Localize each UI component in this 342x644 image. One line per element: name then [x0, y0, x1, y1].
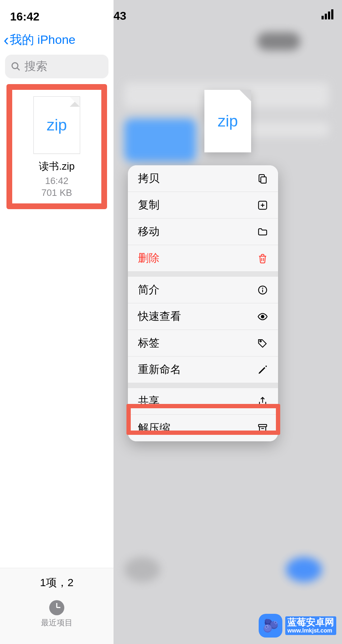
clock-icon: [49, 600, 64, 615]
menu-rename[interactable]: 重新命名: [128, 356, 278, 383]
file-size: 701 KB: [41, 187, 72, 198]
menu-label: 共享: [138, 394, 160, 409]
files-browser-pane: 16:42 ‹ 我的 iPhone 搜索 zip 读书.zip 16:42 70…: [0, 0, 114, 644]
status-signal: [322, 9, 333, 19]
context-menu: 拷贝 复制 移动 删除 简介 快速查看 标签 重新命名: [128, 165, 278, 441]
item-count: 1项，2: [0, 575, 114, 590]
svg-point-10: [262, 288, 263, 288]
context-menu-pane: 43 zip 拷贝 复制 移动 删除 简介 快速查看: [114, 0, 342, 644]
menu-move[interactable]: 移动: [128, 218, 278, 245]
menu-label: 拷贝: [138, 171, 160, 186]
status-bar: 16:42: [0, 0, 114, 25]
menu-label: 重新命名: [138, 362, 181, 377]
watermark-title: 蓝莓安卓网: [285, 616, 336, 627]
menu-separator: [128, 383, 278, 388]
file-ext-label: zip: [218, 112, 238, 130]
tab-recents[interactable]: 最近项目: [0, 600, 114, 628]
nav-header[interactable]: ‹ 我的 iPhone: [0, 25, 114, 52]
watermark-text: 蓝莓安卓网 www.lmkjst.com: [285, 616, 336, 635]
tag-icon: [257, 338, 268, 349]
menu-label: 移动: [138, 224, 160, 239]
menu-label: 复制: [138, 198, 160, 212]
menu-label: 标签: [138, 336, 160, 350]
tab-label: 最近项目: [41, 617, 73, 628]
menu-label: 简介: [138, 282, 160, 297]
svg-point-12: [260, 340, 262, 342]
menu-separator: [128, 272, 278, 277]
svg-rect-2: [261, 177, 266, 183]
nav-back-title: 我的 iPhone: [10, 32, 75, 48]
watermark: 🫐 蓝莓安卓网 www.lmkjst.com: [259, 614, 336, 638]
svg-line-1: [17, 68, 20, 70]
archive-icon: [257, 423, 268, 433]
menu-label: 解压缩: [138, 421, 170, 436]
pencil-icon: [257, 364, 268, 375]
svg-point-11: [261, 315, 264, 318]
zip-file-icon[interactable]: zip: [33, 96, 80, 154]
menu-delete[interactable]: 删除: [128, 245, 278, 272]
svg-point-0: [12, 63, 18, 69]
menu-duplicate[interactable]: 复制: [128, 192, 278, 218]
menu-uncompress[interactable]: 解压缩: [128, 415, 278, 441]
file-ext-label: zip: [47, 116, 67, 134]
folder-icon: [257, 226, 268, 237]
menu-tags[interactable]: 标签: [128, 330, 278, 356]
signal-icon: [322, 9, 333, 19]
share-icon: [257, 396, 268, 407]
menu-share[interactable]: 共享: [128, 388, 278, 415]
search-input[interactable]: 搜索: [5, 55, 108, 78]
watermark-logo: 🫐: [259, 614, 282, 638]
svg-rect-13: [259, 424, 267, 427]
info-icon: [257, 285, 268, 295]
menu-quicklook[interactable]: 快速查看: [128, 303, 278, 330]
menu-copy[interactable]: 拷贝: [128, 165, 278, 192]
search-placeholder: 搜索: [24, 59, 47, 74]
menu-info[interactable]: 简介: [128, 277, 278, 303]
status-time: 16:42: [10, 10, 40, 23]
file-item-highlight: zip 读书.zip 16:42 701 KB: [6, 84, 107, 209]
menu-label: 删除: [138, 251, 160, 266]
chevron-left-icon: ‹: [4, 32, 9, 48]
watermark-url: www.lmkjst.com: [285, 627, 336, 635]
duplicate-icon: [257, 200, 268, 211]
footer: 1项，2 最近项目: [0, 568, 114, 644]
file-name: 读书.zip: [39, 160, 75, 173]
menu-label: 快速查看: [138, 309, 181, 324]
search-icon: [11, 61, 21, 72]
eye-icon: [257, 311, 268, 322]
copy-icon: [257, 173, 268, 184]
file-time: 16:42: [45, 175, 68, 187]
status-time-peek: 43: [114, 9, 126, 23]
trash-icon: [257, 253, 268, 264]
file-preview-icon[interactable]: zip: [204, 90, 251, 152]
